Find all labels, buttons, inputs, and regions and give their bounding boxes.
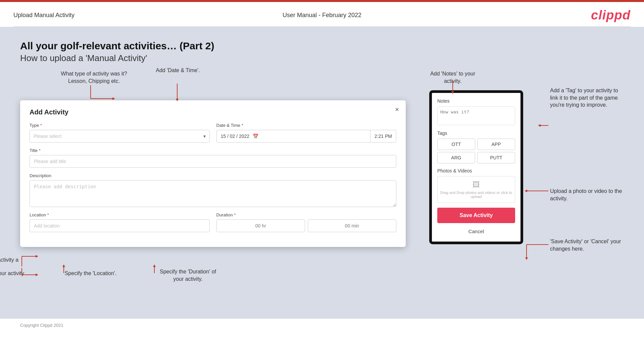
svg-marker-10 — [36, 273, 38, 276]
title-input[interactable] — [30, 155, 396, 168]
tags-grid: OTT APP ARG PUTT — [437, 139, 515, 163]
upload-area[interactable]: 🖼 Drag and Drop photos and videos or cli… — [437, 176, 515, 203]
datetime-label: Date & Time * — [216, 123, 397, 128]
annotation-save-cancel: 'Save Activity' or 'Cancel' your changes… — [550, 238, 624, 252]
svg-marker-12 — [62, 264, 65, 267]
svg-marker-24 — [525, 257, 528, 260]
description-label: Description — [30, 173, 396, 178]
time-input[interactable]: 2:21 PM — [370, 130, 396, 143]
svg-marker-21 — [525, 190, 527, 192]
upload-icon: 🖼 — [473, 180, 480, 189]
annotation-location: Specify the 'Location'. — [60, 270, 121, 277]
tag-ott[interactable]: OTT — [437, 139, 475, 150]
svg-marker-18 — [538, 124, 541, 127]
upload-text: Drag and Drop photos and videos or click… — [438, 191, 515, 199]
hours-input[interactable] — [216, 219, 305, 232]
notes-textarea[interactable] — [437, 106, 515, 125]
duration-label: Duration * — [216, 212, 397, 217]
annotation-date: Add 'Date & Time'. — [151, 67, 205, 74]
type-label: Type * — [30, 123, 210, 128]
date-input[interactable]: 15 / 02 / 2022 📅 — [216, 130, 370, 143]
calendar-icon[interactable]: 📅 — [253, 134, 258, 139]
tag-putt[interactable]: PUTT — [477, 152, 515, 163]
annotation-tag: Add a 'Tag' to your activity to link it … — [550, 87, 624, 109]
page-title-bold: All your golf-relevant activities… (Part… — [20, 40, 624, 52]
annotation-describe: Describe your activity. — [0, 270, 27, 277]
modal-close-button[interactable]: × — [395, 106, 399, 113]
type-select-wrapper: Please select ▾ — [30, 130, 210, 143]
page-title-regular: How to upload a 'Manual Activity' — [20, 53, 624, 63]
header-left-text: Upload Manual Activity — [13, 12, 75, 19]
footer-copyright: Copyright Clippd 2021 — [20, 323, 63, 328]
time-value: 2:21 PM — [375, 134, 392, 139]
type-select[interactable] — [30, 130, 210, 143]
duration-group — [216, 219, 397, 232]
notes-label: Notes — [437, 98, 515, 104]
tags-label: Tags — [437, 131, 515, 136]
date-value: 15 / 02 / 2022 — [221, 134, 250, 139]
phone-mockup: Notes Tags OTT APP ARG PUTT Photos & Vid… — [429, 90, 523, 244]
annotation-type: What type of activity was it? Lesson, Ch… — [60, 70, 128, 85]
add-activity-modal: Add Activity × Type * Please select — [20, 100, 406, 247]
header-center-text: User Manual - February 2022 — [283, 12, 361, 19]
cancel-button[interactable]: Cancel — [437, 226, 515, 236]
annotation-duration: Specify the 'Duration' of your activity. — [154, 268, 221, 282]
description-textarea[interactable] — [30, 180, 396, 207]
photos-label: Photos & Videos — [437, 168, 515, 173]
header-logo: clippd — [591, 8, 631, 22]
location-label: Location * — [30, 212, 210, 217]
modal-title: Add Activity — [30, 108, 396, 116]
svg-marker-7 — [36, 255, 38, 258]
tag-app[interactable]: APP — [477, 139, 515, 150]
svg-marker-2 — [112, 97, 115, 100]
annotation-notes: Add 'Notes' to your activity. — [426, 70, 480, 85]
title-label: Title * — [30, 148, 396, 153]
annotation-title: Give your activity a 'Title'. — [0, 256, 27, 271]
annotation-upload: Upload a photo or video to the activity. — [550, 188, 624, 202]
save-activity-button[interactable]: Save Activity — [437, 208, 515, 223]
svg-marker-14 — [153, 264, 156, 267]
minutes-input[interactable] — [308, 219, 396, 232]
location-input[interactable] — [30, 219, 210, 232]
tag-arg[interactable]: ARG — [437, 152, 475, 163]
